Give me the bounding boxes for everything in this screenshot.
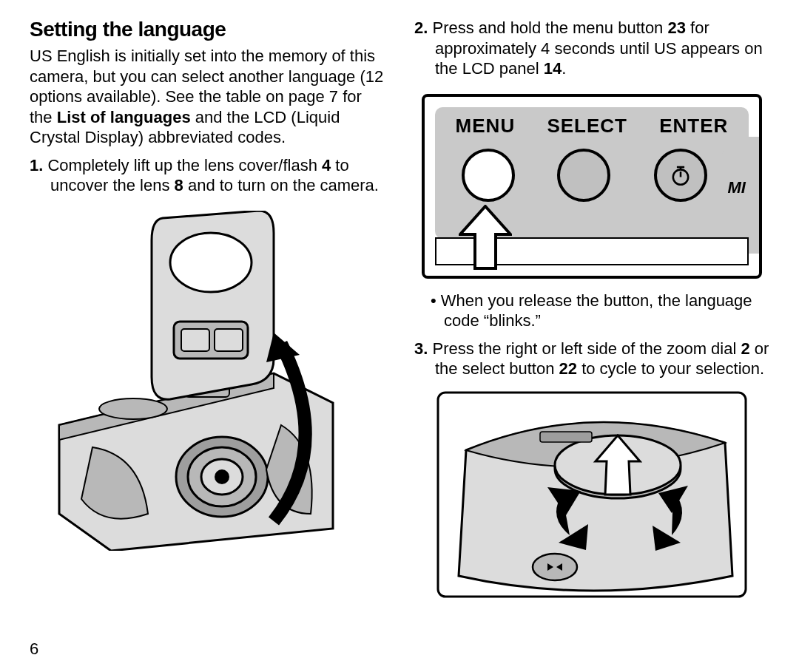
intro-b: List of languages: [57, 108, 191, 126]
svg-point-26: [533, 554, 577, 580]
step-3-a: Press the right or left side of the zoom…: [428, 339, 741, 358]
step-3-c: to cycle to your selection.: [577, 359, 764, 378]
step-3-ref22: 22: [559, 359, 577, 378]
step-1-c: and to turn on the camera.: [183, 176, 379, 194]
svg-point-7: [215, 469, 229, 484]
step-2-c: .: [562, 59, 566, 78]
page-number: 6: [30, 639, 38, 659]
bullet-release: • When you release the button, the langu…: [414, 291, 769, 331]
label-select: SELECT: [547, 115, 627, 138]
step-1-a: Completely lift up the lens cover/flash: [43, 156, 322, 174]
step-1-ref4: 4: [322, 156, 331, 174]
select-button[interactable]: [557, 149, 610, 202]
step-2-ref23: 23: [667, 18, 685, 37]
svg-rect-11: [215, 329, 243, 351]
timer-icon: [668, 163, 693, 188]
svg-marker-17: [460, 206, 510, 268]
step-3-num: 3.: [414, 339, 428, 358]
step-2-num: 2.: [414, 18, 428, 37]
step-1-num: 1.: [30, 156, 43, 174]
intro-paragraph: US English is initially set into the mem…: [30, 46, 385, 148]
bullet-text: When you release the button, the languag…: [441, 291, 752, 330]
svg-point-2: [99, 398, 167, 419]
right-column: 2. Press and hold the menu button 23 for…: [414, 18, 769, 672]
label-menu: MENU: [456, 115, 516, 138]
section-heading: Setting the language: [30, 18, 385, 41]
step-1-ref8: 8: [175, 176, 183, 194]
figure-camera-cover-open: [52, 211, 363, 551]
step-3-ref2: 2: [741, 339, 749, 358]
bullet-dot: •: [431, 291, 441, 310]
step-2-a: Press and hold the menu button: [428, 18, 667, 37]
svg-rect-25: [540, 432, 592, 442]
arrow-up-icon: [459, 205, 512, 271]
svg-rect-10: [181, 329, 209, 351]
figure-zoom-dial: [436, 391, 747, 598]
step-2-ref14: 14: [544, 59, 562, 78]
left-column: Setting the language US English is initi…: [30, 18, 385, 672]
manual-page: Setting the language US English is initi…: [0, 0, 799, 672]
label-enter: ENTER: [659, 115, 728, 138]
step-2: 2. Press and hold the menu button 23 for…: [414, 18, 769, 79]
svg-point-8: [170, 233, 252, 292]
label-side: MI: [728, 178, 746, 197]
figure-menu-panel: MENU SELECT ENTER: [422, 94, 762, 279]
menu-button[interactable]: [462, 149, 515, 202]
enter-button[interactable]: [654, 149, 707, 202]
step-1: 1. Completely lift up the lens cover/fla…: [30, 155, 385, 196]
step-3: 3. Press the right or left side of the z…: [414, 339, 769, 379]
